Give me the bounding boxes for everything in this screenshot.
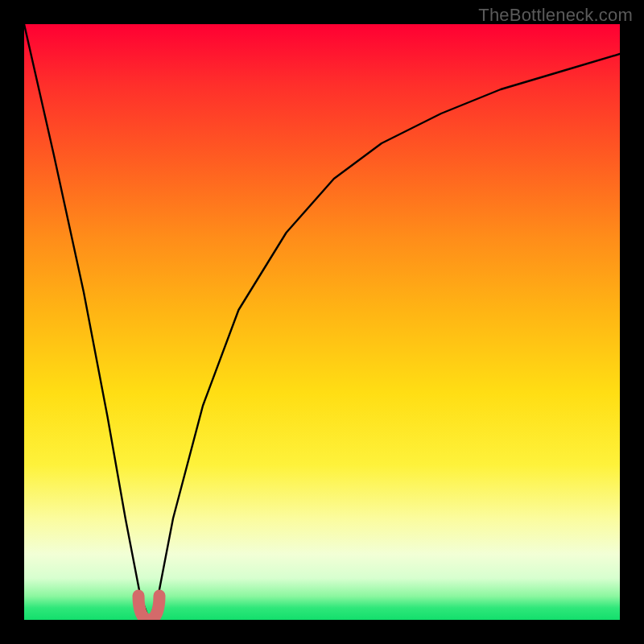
watermark-text: TheBottleneck.com (478, 5, 633, 26)
bottleneck-curve (24, 24, 620, 620)
chart-plot-area (24, 24, 620, 620)
optimal-marker (138, 596, 159, 620)
chart-frame: TheBottleneck.com (0, 0, 644, 644)
chart-svg (24, 24, 620, 620)
